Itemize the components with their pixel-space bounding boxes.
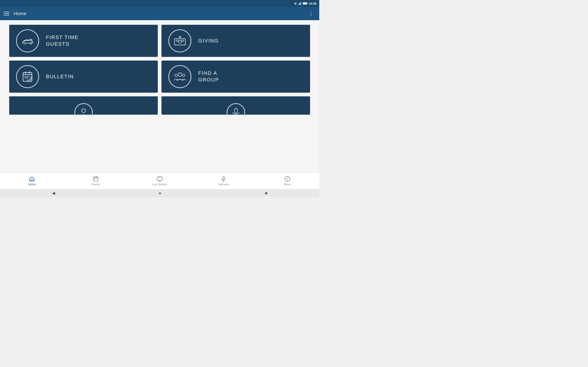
bulletin-icon-circle bbox=[16, 65, 39, 88]
status-time: 10:26 bbox=[309, 2, 317, 5]
partial-cards-row bbox=[9, 96, 310, 115]
more-nav-icon bbox=[284, 176, 290, 182]
bulletin-icon bbox=[21, 70, 34, 83]
home-nav-label: Home bbox=[28, 183, 36, 186]
more-menu-button[interactable]: ⋮ bbox=[307, 10, 316, 17]
first-time-guests-card[interactable]: FIRST TIMEGUESTS bbox=[9, 25, 158, 57]
svg-line-19 bbox=[28, 77, 32, 81]
find-a-group-label: FIND AGROUP bbox=[198, 70, 219, 83]
nav-more[interactable]: More bbox=[255, 176, 319, 186]
giving-icon bbox=[174, 35, 186, 47]
group-icon-circle bbox=[168, 65, 191, 88]
main-content: FIRST TIMEGUESTS GIVING bbox=[0, 20, 319, 173]
battery-icon bbox=[303, 2, 308, 5]
person-icon bbox=[79, 108, 88, 115]
svg-rect-3 bbox=[300, 2, 300, 5]
recents-button[interactable]: ■ bbox=[265, 191, 267, 196]
live-stream-nav-icon bbox=[157, 176, 163, 182]
svg-rect-9 bbox=[176, 40, 178, 41]
svg-rect-2 bbox=[299, 3, 300, 5]
svg-point-20 bbox=[178, 73, 182, 76]
partial-right-icon-circle bbox=[227, 103, 245, 115]
partial-left-card[interactable] bbox=[9, 96, 158, 115]
home-nav-icon bbox=[29, 176, 35, 182]
giving-card[interactable]: GIVING bbox=[162, 25, 310, 57]
nav-events[interactable]: Events bbox=[64, 176, 128, 186]
bottom-navigation: Home Events Live Stream Sermon bbox=[0, 173, 319, 189]
find-a-group-card[interactable]: FIND AGROUP bbox=[162, 60, 310, 93]
sermons-nav-label: Sermons bbox=[218, 183, 229, 186]
svg-rect-4 bbox=[301, 2, 301, 5]
live-stream-nav-label: Live Stream bbox=[152, 183, 167, 186]
hamburger-menu-button[interactable] bbox=[4, 12, 9, 15]
svg-rect-10 bbox=[182, 40, 183, 41]
handshake-icon bbox=[21, 35, 34, 47]
status-bar: 10:26 bbox=[0, 0, 319, 7]
svg-rect-36 bbox=[223, 176, 225, 180]
giving-icon-circle bbox=[168, 29, 191, 52]
svg-rect-8 bbox=[174, 39, 185, 45]
system-nav-bar: ◀ ● ■ bbox=[0, 189, 319, 197]
events-nav-icon bbox=[93, 176, 99, 182]
sermons-nav-icon bbox=[221, 176, 226, 182]
partial-left-icon-circle bbox=[74, 103, 93, 115]
handshake-icon-circle bbox=[16, 29, 39, 52]
partial-right-card[interactable] bbox=[162, 96, 310, 115]
app-bar-left: Home bbox=[4, 11, 26, 16]
svg-rect-6 bbox=[307, 3, 308, 4]
bulletin-label: BULLETIN bbox=[46, 73, 74, 80]
microphone-icon bbox=[231, 108, 241, 115]
status-icons: 10:26 bbox=[294, 2, 317, 5]
home-button[interactable]: ● bbox=[159, 191, 161, 196]
svg-point-41 bbox=[287, 180, 288, 180]
nav-live-stream[interactable]: Live Stream bbox=[128, 176, 191, 186]
find-a-group-icon bbox=[174, 70, 186, 83]
svg-point-21 bbox=[175, 74, 177, 76]
svg-rect-27 bbox=[94, 177, 98, 181]
svg-point-23 bbox=[82, 109, 86, 113]
nav-sermons[interactable]: Sermons bbox=[191, 176, 255, 186]
giving-label: GIVING bbox=[198, 38, 219, 44]
wifi-icon bbox=[294, 2, 297, 5]
app-bar-title: Home bbox=[14, 11, 26, 16]
svg-rect-1 bbox=[298, 4, 299, 5]
events-nav-label: Events bbox=[92, 183, 100, 186]
svg-point-22 bbox=[182, 74, 185, 76]
app-bar: Home ⋮ bbox=[0, 7, 319, 20]
nav-home[interactable]: Home bbox=[0, 176, 64, 186]
cards-grid: FIRST TIMEGUESTS GIVING bbox=[9, 25, 310, 93]
first-time-guests-label: FIRST TIMEGUESTS bbox=[46, 34, 78, 47]
signal-icon bbox=[298, 2, 302, 5]
svg-point-0 bbox=[295, 4, 296, 5]
svg-rect-7 bbox=[303, 3, 307, 4]
svg-point-11 bbox=[179, 40, 182, 43]
back-button[interactable]: ◀ bbox=[52, 191, 55, 196]
svg-rect-24 bbox=[234, 108, 237, 113]
more-nav-label: More bbox=[284, 183, 290, 186]
bulletin-card[interactable]: BULLETIN bbox=[9, 60, 158, 93]
